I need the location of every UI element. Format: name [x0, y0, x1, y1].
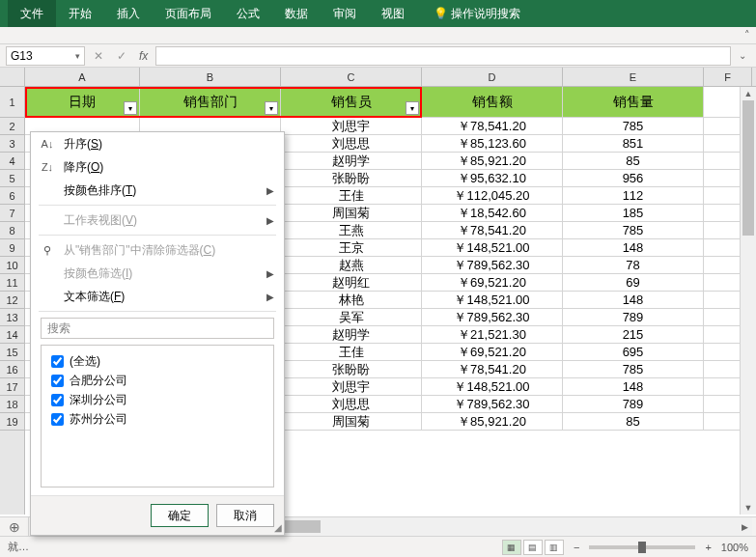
accept-formula-icon[interactable]: ✓ [112, 46, 131, 66]
row-header[interactable]: 13 [0, 309, 24, 326]
row-header[interactable]: 14 [0, 326, 24, 344]
header-cell[interactable]: 销售量 [563, 87, 704, 118]
normal-view-button[interactable]: ▦ [502, 540, 521, 555]
tab-insert[interactable]: 插入 [104, 0, 153, 27]
filter-search-input[interactable]: 搜索 [41, 318, 274, 339]
cell[interactable]: ￥789,562.30 [422, 257, 563, 274]
row-header[interactable]: 18 [0, 396, 24, 413]
sort-asc[interactable]: A↓升序(S) [31, 132, 284, 155]
tab-formula[interactable]: 公式 [224, 0, 272, 27]
scroll-up-icon[interactable]: ▲ [741, 87, 756, 100]
row-header[interactable]: 3 [0, 135, 24, 153]
name-box[interactable]: G13▾ [6, 46, 85, 66]
row-header[interactable]: 6 [0, 187, 24, 205]
row-header[interactable]: 15 [0, 344, 24, 361]
cell[interactable]: 785 [563, 118, 704, 135]
zoom-out-button[interactable]: − [574, 542, 579, 553]
cell[interactable]: ￥148,521.00 [422, 292, 563, 309]
tab-file[interactable]: 文件 [8, 0, 56, 27]
cell[interactable]: 王佳 [281, 344, 422, 361]
page-layout-button[interactable]: ▤ [523, 540, 543, 555]
cell[interactable]: ￥148,521.00 [422, 239, 563, 257]
sort-by-color[interactable]: 按颜色排序(T)▶ [31, 179, 284, 202]
tab-review[interactable]: 审阅 [321, 0, 369, 27]
scroll-thumb[interactable] [742, 100, 754, 236]
sort-desc[interactable]: Z↓降序(O) [31, 155, 284, 179]
cell[interactable]: ￥78,541.20 [422, 222, 563, 239]
tab-home[interactable]: 开始 [56, 0, 104, 27]
col-header[interactable]: C [281, 68, 422, 86]
cell[interactable]: 赵明学 [281, 153, 422, 170]
formula-input[interactable] [155, 46, 731, 66]
cell[interactable]: ￥789,562.30 [422, 396, 563, 413]
add-sheet-button[interactable]: ⊕ [0, 517, 29, 536]
chevron-down-icon[interactable]: ▾ [75, 51, 80, 61]
col-header[interactable]: B [140, 68, 281, 86]
filter-check-all[interactable]: (全选) [47, 351, 267, 371]
cell[interactable]: 王佳 [281, 187, 422, 205]
header-cell[interactable]: 销售员▾ [281, 87, 422, 118]
cell[interactable]: 刘思思 [281, 396, 422, 413]
cancel-button[interactable]: 取消 [216, 504, 274, 527]
cell[interactable]: ￥78,541.20 [422, 118, 563, 135]
row-header[interactable]: 19 [0, 413, 24, 431]
cell[interactable]: 吴军 [281, 309, 422, 326]
header-cell[interactable]: 销售部门▾ [140, 87, 281, 118]
tab-view[interactable]: 视图 [369, 0, 417, 27]
cell[interactable]: 周国菊 [281, 205, 422, 222]
select-all-corner[interactable] [0, 68, 24, 87]
text-filter[interactable]: 文本筛选(F)▶ [31, 285, 284, 308]
cell[interactable]: ￥18,542.60 [422, 205, 563, 222]
row-header[interactable]: 10 [0, 257, 24, 274]
resize-grip-icon[interactable]: ◢ [274, 522, 282, 533]
cell[interactable]: 78 [563, 257, 704, 274]
cell[interactable]: ￥112,045.20 [422, 187, 563, 205]
cell[interactable]: 周国菊 [281, 413, 422, 431]
cell[interactable]: 956 [563, 170, 704, 187]
cell[interactable]: 785 [563, 361, 704, 378]
cell[interactable]: 85 [563, 413, 704, 431]
zoom-value[interactable]: 100% [721, 542, 748, 553]
cancel-formula-icon[interactable]: ✕ [89, 46, 108, 66]
vertical-scrollbar[interactable]: ▲ ▼ [740, 87, 756, 515]
col-header[interactable]: D [422, 68, 563, 86]
col-header[interactable]: A [25, 68, 140, 86]
row-header[interactable]: 2 [0, 118, 24, 135]
row-header[interactable]: 5 [0, 170, 24, 187]
filter-value-list[interactable]: (全选) 合肥分公司 深圳分公司 苏州分公司 [41, 345, 274, 487]
zoom-slider[interactable] [589, 545, 695, 549]
cell[interactable]: ￥69,521.20 [422, 344, 563, 361]
cell[interactable]: ￥789,562.30 [422, 309, 563, 326]
cell[interactable]: 刘思宇 [281, 118, 422, 135]
cell[interactable]: ￥78,541.20 [422, 361, 563, 378]
cell[interactable]: 张盼盼 [281, 361, 422, 378]
zoom-thumb[interactable] [638, 542, 646, 553]
filter-check-item[interactable]: 深圳分公司 [47, 390, 267, 409]
collapse-ribbon-icon[interactable]: ˄ [744, 29, 750, 42]
cell[interactable]: 85 [563, 153, 704, 170]
cell[interactable]: ￥95,632.10 [422, 170, 563, 187]
row-header[interactable]: 7 [0, 205, 24, 222]
filter-check-item[interactable]: 合肥分公司 [47, 371, 267, 390]
cell[interactable]: 赵明学 [281, 326, 422, 344]
scroll-down-icon[interactable]: ▼ [741, 501, 756, 515]
cell[interactable]: 148 [563, 239, 704, 257]
header-cell[interactable]: 日期▾ [25, 87, 140, 118]
filter-check-item[interactable]: 苏州分公司 [47, 409, 267, 429]
cell[interactable]: 851 [563, 135, 704, 153]
scroll-right-icon[interactable]: ▶ [737, 517, 752, 536]
cell[interactable]: 张盼盼 [281, 170, 422, 187]
row-header[interactable]: 1 [0, 87, 24, 118]
cell[interactable]: ￥85,921.20 [422, 413, 563, 431]
filter-dropdown-button[interactable]: ▾ [406, 101, 419, 115]
row-header[interactable]: 8 [0, 222, 24, 239]
cell[interactable]: ￥21,521.30 [422, 326, 563, 344]
cell[interactable]: 刘思思 [281, 135, 422, 153]
expand-formula-icon[interactable]: ⌄ [735, 50, 750, 61]
cell[interactable]: 赵明红 [281, 274, 422, 292]
page-break-button[interactable]: ▥ [545, 540, 564, 555]
cell[interactable]: ￥148,521.00 [422, 378, 563, 396]
row-header[interactable]: 9 [0, 239, 24, 257]
cell[interactable]: 刘思宇 [281, 378, 422, 396]
cell[interactable]: 69 [563, 274, 704, 292]
